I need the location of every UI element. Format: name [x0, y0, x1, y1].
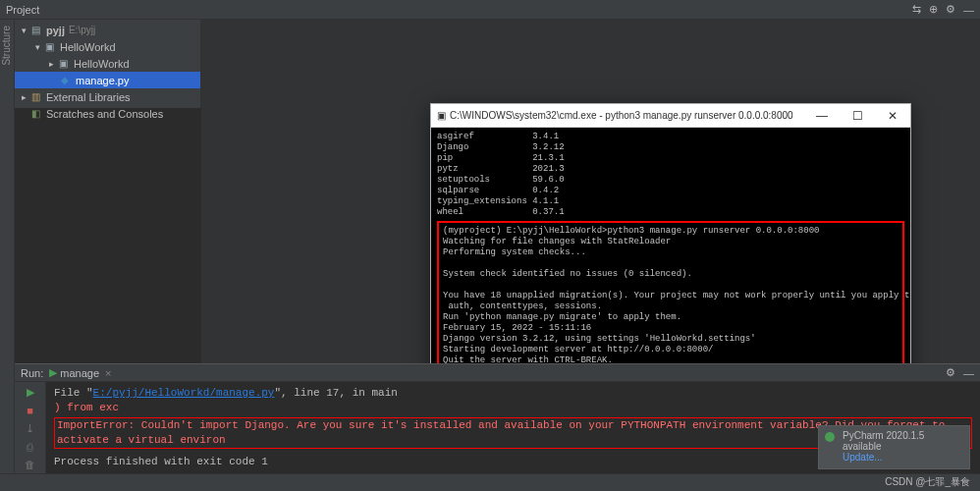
hide-icon[interactable]: —: [963, 367, 974, 379]
run-toolbar: ▶ ■ ⤓ ⎙ 🗑: [15, 382, 46, 473]
toast-title: PyCharm 2020.1.5 available: [843, 430, 963, 452]
tree-project-root[interactable]: ▾ ▤ pyjj E:\pyjj: [15, 22, 200, 38]
file-link[interactable]: E:/pyjj/HelloWorkd/manage.py: [93, 387, 275, 399]
project-tree[interactable]: ▾ ▤ pyjj E:\pyjj ▾ ▣ HelloWorkd ▸ ▣ Hell…: [15, 20, 201, 108]
maximize-button[interactable]: ☐: [840, 104, 875, 128]
gear-icon[interactable]: ⚙: [946, 366, 955, 379]
tree-folder[interactable]: ▸ ▣ HelloWorkd: [15, 55, 200, 72]
structure-tab[interactable]: Structure: [0, 20, 13, 72]
cmd-titlebar[interactable]: ▣ C:\WINDOWS\system32\cmd.exe - python3 …: [431, 104, 910, 128]
status-dot-icon: [825, 432, 835, 442]
cmd-window: ▣ C:\WINDOWS\system32\cmd.exe - python3 …: [430, 103, 911, 408]
tree-item-label: Scratches and Consoles: [46, 108, 163, 120]
watermark: CSDN @七罪_暴食: [885, 475, 970, 489]
run-header: Run: ▶ manage × ⚙ —: [15, 364, 980, 382]
project-title: Project: [6, 4, 39, 16]
scratches-icon: ◧: [28, 107, 42, 121]
stop-icon[interactable]: ■: [27, 405, 33, 416]
run-tab-name[interactable]: manage: [60, 367, 99, 379]
print-icon[interactable]: ⎙: [27, 441, 33, 453]
gear-icon[interactable]: ⚙: [946, 3, 955, 16]
left-tool-strip: Structure: [0, 20, 15, 473]
down-icon[interactable]: ⤓: [26, 422, 34, 435]
toast-update-link[interactable]: Update...: [843, 452, 883, 463]
run-label: Run:: [21, 367, 43, 379]
tree-root-path: E:\pyjj: [69, 25, 95, 35]
caret-down-icon[interactable]: ▾: [32, 42, 42, 52]
minimize-button[interactable]: —: [804, 104, 840, 128]
library-icon: ▥: [28, 90, 42, 104]
cmd-title: C:\WINDOWS\system32\cmd.exe - python3 ma…: [450, 110, 793, 121]
project-icon: ▤: [28, 24, 42, 37]
tree-root-label: pyjj: [46, 25, 65, 36]
status-bar: [0, 473, 980, 491]
caret-right-icon[interactable]: ▸: [46, 59, 56, 69]
close-button[interactable]: ✕: [875, 104, 910, 128]
tree-item-label: HelloWorkd: [74, 58, 130, 70]
tree-file-selected[interactable]: ◆ manage.py: [15, 72, 200, 88]
run-config-icon: ▶: [49, 366, 57, 379]
hide-icon[interactable]: —: [963, 4, 974, 16]
cmd-icon: ▣: [437, 110, 446, 121]
caret-right-icon[interactable]: ▸: [19, 92, 28, 102]
traceback-line: File "E:/pyjj/HelloWorkd/manage.py", lin…: [54, 387, 398, 399]
trash-icon[interactable]: 🗑: [25, 459, 35, 470]
cmd-packages: asgiref 3.4.1 Django 3.2.12 pip 21.3.1 p…: [437, 132, 565, 217]
folder-icon: ▣: [56, 57, 70, 71]
folder-icon: ▣: [42, 40, 56, 54]
tree-scratches[interactable]: ◧ Scratches and Consoles: [15, 105, 200, 122]
update-notification[interactable]: PyCharm 2020.1.5 available Update...: [818, 425, 970, 469]
caret-down-icon[interactable]: ▾: [19, 26, 28, 35]
tree-external-libraries[interactable]: ▸ ▥ External Libraries: [15, 88, 200, 105]
python-file-icon: ◆: [58, 74, 72, 87]
expand-all-icon[interactable]: ⇆: [912, 3, 921, 16]
tree-item-label: manage.py: [76, 75, 129, 86]
close-tab-icon[interactable]: ×: [105, 367, 111, 379]
tree-item-label: HelloWorkd: [60, 41, 116, 53]
traceback-line: ) from exc: [54, 401, 972, 415]
tree-item-label: External Libraries: [46, 91, 131, 103]
select-opened-icon[interactable]: ⊕: [929, 3, 938, 16]
project-tool-header: Project ⇆ ⊕ ⚙ —: [0, 0, 980, 20]
tree-folder[interactable]: ▾ ▣ HelloWorkd: [15, 38, 200, 55]
rerun-icon[interactable]: ▶: [27, 386, 34, 399]
